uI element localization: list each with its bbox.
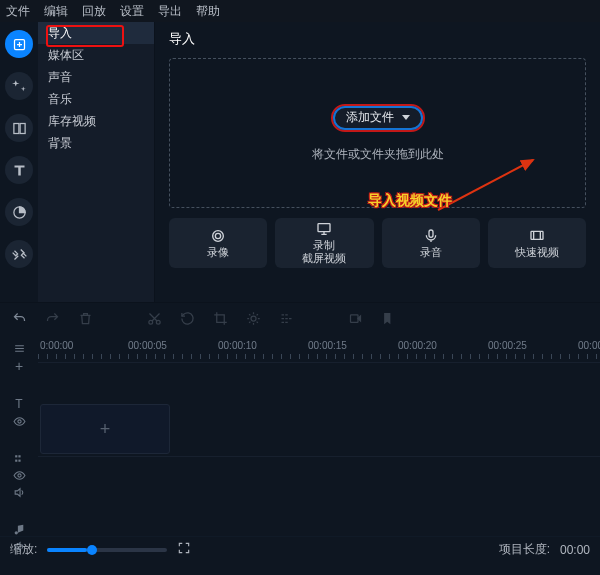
delete-icon[interactable] — [78, 311, 93, 329]
svg-point-5 — [215, 233, 220, 238]
svg-rect-2 — [20, 123, 25, 133]
effects-icon[interactable] — [5, 72, 33, 100]
sidebar-item-label: 库存视频 — [48, 113, 96, 130]
card-label: 快速视频 — [515, 246, 559, 259]
sidebar-item-stock[interactable]: 库存视频 — [38, 110, 154, 132]
fit-icon[interactable] — [177, 541, 191, 558]
main-panel: 导入 添加文件 将文件或文件夹拖到此处 导入视频文件 录像 录制 截屏视频 — [155, 22, 600, 302]
menu-settings[interactable]: 设置 — [120, 3, 144, 20]
menu-help[interactable]: 帮助 — [196, 3, 220, 20]
sidebar-item-background[interactable]: 背景 — [38, 132, 154, 154]
sidebar-item-media[interactable]: 媒体区 — [38, 44, 154, 66]
drop-zone[interactable]: 添加文件 将文件或文件夹拖到此处 — [169, 58, 586, 208]
sidebar-item-label: 声音 — [48, 69, 72, 86]
timeline: + T 0:00:00 00:00:05 00:00:10 00:00:15 0… — [0, 336, 600, 536]
project-length-value: 00:00 — [560, 543, 590, 557]
zoom-slider[interactable] — [47, 548, 167, 552]
svg-point-6 — [213, 230, 224, 241]
svg-rect-1 — [13, 123, 18, 133]
menubar: 文件 编辑 回放 设置 导出 帮助 — [0, 0, 600, 22]
sidebar-item-import[interactable]: 导入 — [38, 22, 154, 44]
record-voiceover-icon[interactable] — [348, 311, 363, 329]
card-label: 录制 截屏视频 — [302, 239, 346, 264]
timeline-toolbar — [0, 302, 600, 336]
add-files-button[interactable]: 添加文件 — [331, 104, 425, 132]
eye-icon — [13, 469, 26, 482]
svg-rect-18 — [18, 460, 20, 462]
rotate-icon[interactable] — [180, 311, 195, 329]
speaker-icon — [13, 486, 26, 499]
microphone-icon — [423, 228, 439, 244]
card-record-audio[interactable]: 录音 — [382, 218, 480, 268]
add-files-label: 添加文件 — [346, 109, 394, 126]
redo-icon[interactable] — [45, 311, 60, 329]
svg-rect-7 — [318, 224, 330, 232]
svg-point-14 — [17, 420, 20, 423]
menu-file[interactable]: 文件 — [6, 3, 30, 20]
crop-icon[interactable] — [213, 311, 228, 329]
card-label: 录像 — [207, 246, 229, 259]
stickers-icon[interactable] — [5, 198, 33, 226]
title-track[interactable] — [38, 362, 600, 402]
ruler-label: 00:00:25 — [488, 340, 527, 351]
sidebar-item-music[interactable]: 音乐 — [38, 88, 154, 110]
titles-icon[interactable] — [5, 156, 33, 184]
ruler-label: 00:00:10 — [218, 340, 257, 351]
svg-rect-13 — [351, 314, 359, 322]
color-icon[interactable] — [246, 311, 261, 329]
card-label: 录音 — [420, 246, 442, 259]
film-icon — [13, 452, 26, 465]
card-record-camera[interactable]: 录像 — [169, 218, 267, 268]
time-ruler[interactable]: 0:00:00 00:00:05 00:00:10 00:00:15 00:00… — [38, 340, 600, 362]
ruler-label: 00:00:15 — [308, 340, 347, 351]
ruler-label: 00:00:05 — [128, 340, 167, 351]
monitor-icon — [316, 221, 332, 237]
transitions-icon[interactable] — [5, 114, 33, 142]
video-track[interactable]: + — [40, 404, 170, 454]
ruler-label: 0:00:00 — [40, 340, 73, 351]
tool-column — [0, 22, 38, 302]
action-row: 录像 录制 截屏视频 录音 快速视频 — [169, 218, 586, 268]
panel-title: 导入 — [169, 30, 586, 48]
project-length-label: 项目长度: — [499, 541, 550, 558]
svg-point-12 — [251, 316, 256, 321]
svg-rect-9 — [531, 231, 543, 239]
chevron-down-icon — [402, 115, 410, 120]
add-track-icon[interactable]: + — [13, 342, 26, 373]
slideshow-icon — [529, 228, 545, 244]
svg-rect-16 — [15, 460, 17, 462]
drop-hint: 将文件或文件夹拖到此处 — [312, 146, 444, 163]
undo-icon[interactable] — [12, 311, 27, 329]
camera-icon — [210, 228, 226, 244]
svg-point-19 — [17, 474, 20, 477]
sidebar-item-label: 背景 — [48, 135, 72, 152]
annotation-callout: 导入视频文件 — [368, 192, 452, 210]
menu-export[interactable]: 导出 — [158, 3, 182, 20]
card-record-screen[interactable]: 录制 截屏视频 — [275, 218, 373, 268]
tools-icon[interactable] — [5, 240, 33, 268]
zoom-label: 缩放: — [10, 541, 37, 558]
card-quick-video[interactable]: 快速视频 — [488, 218, 586, 268]
svg-rect-17 — [18, 455, 20, 457]
menu-edit[interactable]: 编辑 — [44, 3, 68, 20]
track-headers: + T — [0, 336, 38, 536]
eye-icon — [13, 415, 26, 428]
title-track-header[interactable]: T — [13, 397, 26, 428]
svg-rect-8 — [429, 230, 433, 237]
sidebar-item-label: 音乐 — [48, 91, 72, 108]
sidebar-item-label: 媒体区 — [48, 47, 84, 64]
sidebar-item-label: 导入 — [48, 25, 72, 42]
status-bar: 缩放: 项目长度: 00:00 — [0, 536, 600, 562]
marker-icon[interactable] — [381, 311, 396, 329]
cut-icon[interactable] — [147, 311, 162, 329]
side-panel: 导入 媒体区 声音 音乐 库存视频 背景 — [38, 22, 155, 302]
ruler-label: 00:00:30 — [578, 340, 600, 351]
import-icon[interactable] — [5, 30, 33, 58]
speed-icon[interactable] — [279, 311, 294, 329]
menu-playback[interactable]: 回放 — [82, 3, 106, 20]
sidebar-item-sound[interactable]: 声音 — [38, 66, 154, 88]
timeline-tracks[interactable]: 0:00:00 00:00:05 00:00:10 00:00:15 00:00… — [38, 336, 600, 536]
video-track-header[interactable] — [13, 452, 26, 499]
svg-rect-15 — [15, 455, 17, 457]
audio-track[interactable] — [38, 456, 600, 496]
